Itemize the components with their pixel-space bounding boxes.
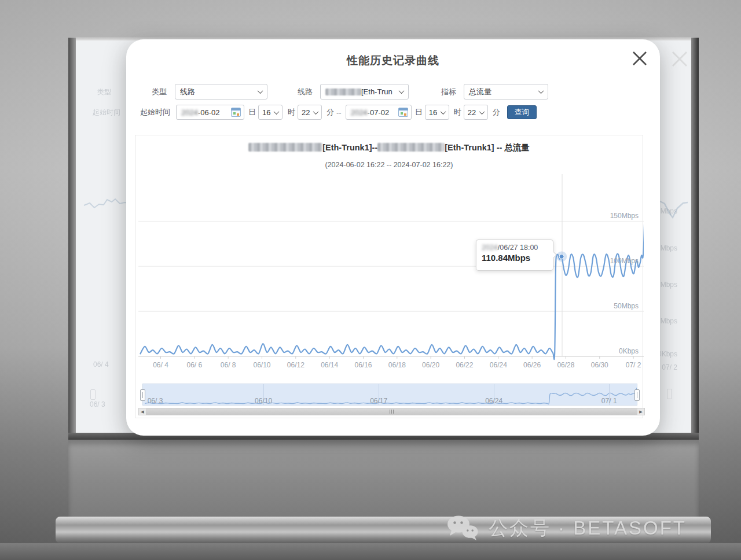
start-minute-select[interactable]: 22 xyxy=(298,105,322,120)
chart-container: [Eth-Trunk1]--[Eth-Trunk1] -- 总流量 (2024-… xyxy=(135,135,643,418)
type-select-value: 线路 xyxy=(180,87,195,97)
x-tick-label: 06/ 6 xyxy=(181,361,208,369)
background-date-bottom: 06/ 3 xyxy=(90,400,105,408)
x-tick-label: 06/12 xyxy=(282,361,310,369)
x-tick-label: 06/26 xyxy=(518,361,546,369)
filter-row-1: 类型 线路 线路 [Eth-Trun 指标 总流量 xyxy=(126,84,660,100)
end-date-input[interactable]: 2024-07-02 xyxy=(346,105,412,120)
start-hour-select[interactable]: 16 xyxy=(258,105,283,120)
x-tick-label: 06/22 xyxy=(450,361,478,369)
filter-row-2: 起始时间 2024-06-02 日 16 时 22 分 -- 2024-07-0… xyxy=(126,105,660,120)
background-close-icon xyxy=(669,49,690,69)
x-tick-label: 06/10 xyxy=(248,361,276,369)
day-label: 日 xyxy=(248,107,256,117)
background-brush-handle-right xyxy=(667,389,672,399)
background-type-label: 类型 xyxy=(97,87,111,97)
background-start-time-label: 起始时间 xyxy=(93,108,120,117)
day-label: 日 xyxy=(415,107,423,117)
arrow-right-icon[interactable]: ▶ xyxy=(637,408,644,415)
metric-select[interactable]: 总流量 xyxy=(464,84,548,100)
query-button[interactable]: 查询 xyxy=(507,105,537,119)
x-tick-label: 06/28 xyxy=(552,361,579,369)
calendar-icon[interactable] xyxy=(231,108,241,117)
chevron-down-icon xyxy=(274,109,280,115)
watermark-text: 公众号 · BETASOFT xyxy=(489,515,687,541)
chevron-down-icon xyxy=(399,88,405,94)
y-tick-label: 0Kbps xyxy=(592,347,639,355)
end-date-value: 2024-07-02 xyxy=(351,108,390,117)
monitor-base: 公众号 · BETASOFT xyxy=(56,517,711,543)
calendar-icon[interactable] xyxy=(398,108,408,117)
x-tick-label: 06/20 xyxy=(417,361,445,369)
minute-label: 分 xyxy=(327,107,334,117)
range-separator: -- xyxy=(336,108,342,117)
brush-tick-label: 06/ 3 xyxy=(142,397,168,405)
chevron-down-icon xyxy=(479,109,485,115)
tooltip-time: 2024/06/27 18:00 xyxy=(482,244,548,252)
line-select-value: [Eth-Trun xyxy=(325,87,392,96)
chevron-down-icon xyxy=(538,88,544,94)
background-date-top: 06/ 4 xyxy=(93,360,109,369)
tooltip-value: 110.84Mbps xyxy=(482,253,548,263)
plot-area[interactable] xyxy=(135,135,644,419)
x-tick-label: 06/16 xyxy=(349,361,377,369)
monitor-bezel-right xyxy=(691,38,699,439)
x-tick-label: 06/24 xyxy=(485,361,512,369)
start-time-label: 起始时间 xyxy=(140,107,170,117)
minute-label: 分 xyxy=(493,107,500,117)
monitor-stand xyxy=(68,440,699,517)
monitor-bezel-left xyxy=(68,38,76,439)
metric-select-value: 总流量 xyxy=(469,87,491,97)
brush-tick-label: 06/24 xyxy=(480,397,507,405)
horizontal-scrollbar[interactable]: ◀ ▶ xyxy=(138,408,645,415)
background-brush-handle xyxy=(90,389,96,400)
hour-label: 时 xyxy=(288,107,295,117)
line-select[interactable]: [Eth-Trun xyxy=(320,84,409,100)
chevron-down-icon xyxy=(258,88,263,94)
x-tick-label: 06/14 xyxy=(316,361,343,369)
brush-handle-left[interactable] xyxy=(140,389,145,401)
brush-handle-right[interactable] xyxy=(634,389,640,401)
end-minute-select[interactable]: 22 xyxy=(464,105,488,120)
y-tick-label: 150Mbps xyxy=(592,212,639,220)
y-tick-label: 100Mbps xyxy=(592,257,639,265)
brush-tick-label: 06/17 xyxy=(365,397,392,405)
scrollbar-thumb[interactable] xyxy=(146,408,637,415)
type-select[interactable]: 线路 xyxy=(175,84,267,100)
arrow-left-icon[interactable]: ◀ xyxy=(139,408,146,415)
brush-tick-label: 07/ 1 xyxy=(596,397,622,405)
performance-history-dialog: 性能历史记录曲线 类型 线路 线路 [Eth-Trun 指标 总流量 起始时间 … xyxy=(126,39,660,436)
start-date-input[interactable]: 2024-06-02 xyxy=(176,105,244,120)
x-tick-label: 06/ 4 xyxy=(146,361,174,369)
brush-tick-label: 06/10 xyxy=(250,397,277,405)
start-date-value: 2024-06-02 xyxy=(181,108,220,117)
redacted-device-name xyxy=(325,89,361,95)
chart-tooltip: 2024/06/27 18:00 110.84Mbps xyxy=(476,240,553,271)
x-tick-label: 07/ 2 xyxy=(619,361,647,369)
metric-label: 指标 xyxy=(441,87,456,97)
end-hour-select[interactable]: 16 xyxy=(425,105,449,120)
chevron-down-icon xyxy=(440,109,446,115)
x-tick-label: 06/30 xyxy=(586,361,614,369)
chevron-down-icon xyxy=(313,109,319,115)
y-tick-label: 50Mbps xyxy=(592,302,639,310)
watermark: 公众号 · BETASOFT xyxy=(446,511,687,546)
hour-label: 时 xyxy=(454,107,461,117)
x-tick-label: 06/18 xyxy=(383,361,411,369)
x-tick-label: 06/ 8 xyxy=(214,361,242,369)
type-label: 类型 xyxy=(152,87,167,97)
wechat-icon xyxy=(446,515,479,541)
dialog-title: 性能历史记录曲线 xyxy=(126,53,660,68)
datazoom-brush[interactable]: 06/ 306/1006/1706/2407/ 1 xyxy=(142,384,637,406)
grip-icon xyxy=(388,410,395,414)
floor xyxy=(0,543,741,560)
line-label: 线路 xyxy=(298,87,313,97)
close-icon[interactable] xyxy=(630,49,650,68)
